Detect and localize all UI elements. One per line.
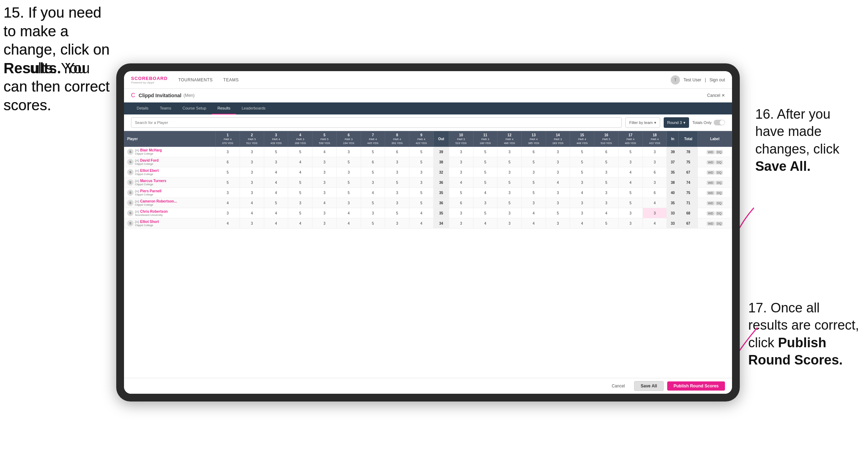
totals-toggle: Totals Only — [693, 120, 725, 125]
score-hole-1: 3 — [216, 188, 240, 198]
score-label: WDDQ — [698, 147, 732, 157]
score-hole-3: 5 — [264, 147, 288, 157]
score-hole-17: 4 — [618, 178, 643, 188]
player-tag: (A) — [135, 200, 139, 203]
filter-team-label: Filter by team — [629, 120, 653, 125]
score-hole-5: 4 — [312, 147, 337, 157]
cancel-action-btn[interactable]: Cancel — [606, 381, 630, 391]
score-hole-18: 4 — [643, 218, 667, 229]
avatar: S — [127, 169, 134, 175]
player-name-text: Elliot Short — [140, 220, 159, 224]
tab-teams[interactable]: Teams — [154, 102, 177, 114]
score-out: 36 — [433, 198, 449, 208]
score-hole-7: 5 — [361, 147, 385, 157]
score-hole-9: 5 — [409, 198, 434, 208]
col-hole-8: 8PAR 4391 YDS — [385, 131, 409, 147]
score-hole-9: 5 — [409, 188, 434, 198]
sign-out-link[interactable]: Sign out — [709, 77, 725, 82]
save-all-btn[interactable]: Save All — [634, 381, 664, 391]
score-out: 39 — [433, 147, 449, 157]
player-name-text: Chris Robertson — [140, 210, 168, 213]
wd-badge: WD — [707, 211, 715, 216]
instruction-right-top: 16. After you have made changes, click S… — [755, 106, 861, 175]
col-hole-16: 16PAR 5510 YDS — [594, 131, 619, 147]
player-cell: S (A) Marcus Turners Clippd College — [124, 178, 216, 188]
score-hole-17: 4 — [618, 167, 643, 178]
nav-divider: | — [705, 77, 706, 82]
score-hole-9: 3 — [409, 167, 434, 178]
player-name: (A) Cameron Robertson... — [135, 199, 177, 203]
score-hole-18: 3 — [643, 178, 667, 188]
player-name-text: Cameron Robertson... — [140, 199, 177, 203]
col-hole-1: 1PAR 4370 YDS — [216, 131, 240, 147]
nav-teams[interactable]: TEAMS — [223, 77, 239, 82]
score-total: 67 — [679, 167, 698, 178]
score-label: WDDQ — [698, 178, 732, 188]
score-hole-2: 4 — [240, 198, 264, 208]
score-in: 33 — [667, 218, 679, 229]
round-selector-btn[interactable]: Round 3 ▾ — [664, 117, 689, 128]
score-hole-9: 4 — [409, 218, 434, 229]
user-name: Test User — [683, 77, 701, 82]
publish-btn[interactable]: Publish Round Scores — [667, 381, 725, 391]
score-hole-10: 4 — [449, 178, 473, 188]
score-hole-1: 5 — [216, 167, 240, 178]
col-hole-18: 18PAR 4422 YDS — [643, 131, 667, 147]
score-hole-13: 5 — [522, 188, 546, 198]
score-hole-15: 5 — [570, 147, 594, 157]
score-hole-8: 3 — [385, 198, 409, 208]
score-hole-2: 4 — [240, 208, 264, 218]
score-hole-3: 4 — [264, 208, 288, 218]
avatar: S — [127, 200, 134, 206]
tab-details[interactable]: Details — [131, 102, 154, 114]
nav-tournaments[interactable]: TOURNAMENTS — [178, 77, 213, 82]
dq-badge: DQ — [715, 170, 723, 175]
player-tag: (A) — [135, 220, 139, 224]
filter-team-chevron-icon: ▾ — [654, 120, 656, 125]
score-hole-11: 5 — [473, 157, 497, 167]
score-hole-10: 6 — [449, 198, 473, 208]
table-row: S (A) Piers Parnell Clippd College 33453… — [124, 188, 732, 198]
dq-badge: DQ — [715, 181, 723, 185]
player-cell: S (A) Elliot Ebert Clippd College — [124, 167, 216, 178]
tab-course-setup[interactable]: Course Setup — [177, 102, 212, 114]
score-total: 71 — [679, 198, 698, 208]
dq-badge: DQ — [715, 160, 723, 164]
totals-toggle-switch[interactable] — [714, 120, 725, 125]
score-hole-18: 3 — [643, 147, 667, 157]
score-hole-12: 3 — [497, 188, 522, 198]
cancel-tournament-btn[interactable]: Cancel ✕ — [707, 93, 725, 98]
tab-results[interactable]: Results — [212, 102, 236, 114]
player-school: Clippd College — [135, 224, 159, 227]
filter-team-btn[interactable]: Filter by team ▾ — [625, 117, 660, 128]
score-hole-4: 5 — [288, 188, 312, 198]
score-hole-1: 6 — [216, 157, 240, 167]
score-hole-17: 5 — [618, 198, 643, 208]
avatar: S — [127, 159, 134, 165]
score-hole-14: 3 — [546, 188, 570, 198]
col-label: Label — [698, 131, 732, 147]
score-hole-7: 4 — [361, 188, 385, 198]
score-out: 36 — [433, 178, 449, 188]
score-hole-16: 5 — [594, 157, 619, 167]
totals-only-label: Totals Only — [693, 120, 712, 125]
score-hole-3: 4 — [264, 178, 288, 188]
table-row: S (A) Cameron Robertson... Clippd Colleg… — [124, 198, 732, 208]
wd-badge: WD — [707, 160, 715, 164]
score-hole-4: 4 — [288, 218, 312, 229]
wd-badge: WD — [707, 150, 715, 154]
score-hole-5: 3 — [312, 188, 337, 198]
score-hole-6: 4 — [336, 208, 361, 218]
search-input[interactable] — [131, 117, 622, 128]
score-total: 75 — [679, 188, 698, 198]
score-hole-18: 6 — [643, 167, 667, 178]
score-hole-13: 3 — [522, 198, 546, 208]
table-row: S (A) Marcus Turners Clippd College 5345… — [124, 178, 732, 188]
score-out: 32 — [433, 167, 449, 178]
score-hole-8: 5 — [385, 178, 409, 188]
round-chevron-icon: ▾ — [683, 120, 686, 125]
player-school: Clippd College — [135, 152, 162, 155]
tab-leaderboards[interactable]: Leaderboards — [236, 102, 271, 114]
score-hole-3: 4 — [264, 167, 288, 178]
score-hole-10: 3 — [449, 167, 473, 178]
